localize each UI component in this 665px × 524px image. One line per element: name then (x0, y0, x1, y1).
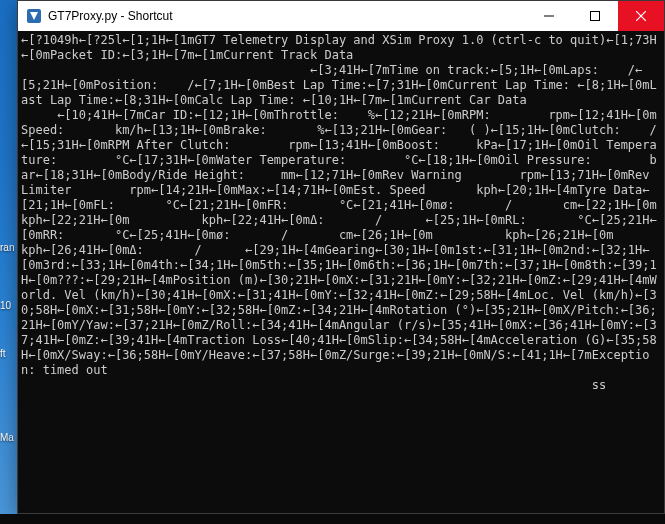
svg-rect-2 (591, 12, 600, 21)
desktop-icon-label[interactable]: 10 (0, 300, 18, 312)
minimize-button[interactable] (526, 1, 572, 31)
desktop-icon-label[interactable]: ran (0, 242, 18, 254)
maximize-button[interactable] (572, 1, 618, 31)
app-window: GT7Proxy.py - Shortcut ←[?1049h←[?25l←[1… (17, 0, 665, 514)
close-button[interactable] (618, 1, 664, 31)
titlebar[interactable]: GT7Proxy.py - Shortcut (18, 1, 664, 31)
desktop-icon-label[interactable]: ft (0, 348, 18, 360)
desktop-icon-label[interactable]: Ma (0, 432, 18, 444)
window-controls (526, 1, 664, 31)
console-output[interactable]: ←[?1049h←[?25l←[1;1H←[1mGT7 Telemetry Di… (18, 31, 664, 513)
window-title: GT7Proxy.py - Shortcut (48, 9, 526, 23)
taskbar[interactable] (0, 514, 665, 524)
app-icon (26, 8, 42, 24)
